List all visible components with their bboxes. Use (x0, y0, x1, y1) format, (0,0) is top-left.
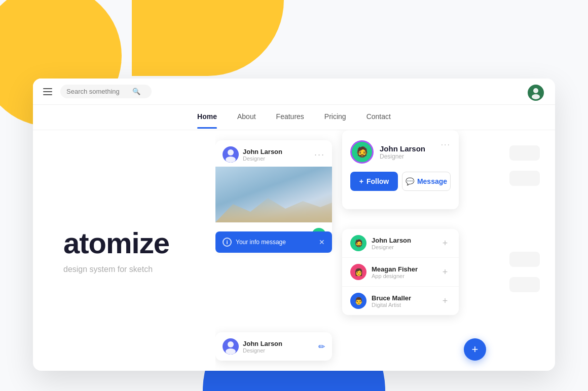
user-avatar-top[interactable] (527, 84, 545, 102)
svg-point-10 (226, 157, 236, 163)
brand-subtitle: design system for sketch (63, 265, 195, 274)
bg-blob-top (132, 0, 284, 76)
post-options-menu[interactable]: ··· (314, 149, 325, 160)
profile-avatar: 🧔 (350, 140, 374, 164)
add-person-0-button[interactable]: + (439, 238, 451, 249)
people-item-1: 👩 Meagan Fisher App designer + (342, 258, 459, 287)
info-close-button[interactable]: ✕ (319, 238, 325, 246)
profile-card: 🧔 John Larson Designer ··· + Follow (342, 130, 459, 209)
post-image (215, 167, 332, 222)
placeholder-card-3 (509, 252, 540, 267)
message-label: Message (417, 177, 447, 185)
people-item-2: 👨 Bruce Maller Digital Artist + (342, 287, 459, 315)
profile-actions: + Follow 💬 Message (350, 172, 451, 191)
people-name-0: John Larson (372, 237, 411, 244)
components-showcase: John Larson Designer ··· i Your info (215, 130, 555, 371)
bottom-post-user-info: John Larson Designer (243, 340, 282, 354)
search-icon: 🔍 (132, 88, 140, 95)
svg-point-7 (533, 88, 538, 93)
browser-nav: Home About Features Pricing Contact (33, 105, 555, 130)
add-person-1-button[interactable]: + (439, 266, 451, 278)
people-avatar-2: 👨 (350, 293, 366, 309)
follow-plus-icon: + (359, 177, 363, 185)
brand-title: atomize (63, 227, 195, 259)
follow-button[interactable]: + Follow (350, 172, 398, 191)
people-item-0: 🧔 John Larson Designer + (342, 229, 459, 258)
people-role-1: App designer (372, 273, 418, 279)
nav-item-contact[interactable]: Contact (366, 112, 391, 123)
nav-item-about[interactable]: About (237, 112, 256, 123)
people-name-2: Bruce Maller (372, 294, 411, 302)
people-info-2: Bruce Maller Digital Artist (372, 294, 411, 308)
svg-point-11 (228, 341, 234, 347)
post-user-info: John Larson Designer (243, 148, 282, 162)
people-list: 🧔 John Larson Designer + 👩 Meagan Fisher (342, 229, 459, 315)
profile-card-header: 🧔 John Larson Designer ··· (350, 140, 451, 164)
edit-icon[interactable]: ✏ (318, 342, 325, 351)
message-icon: 💬 (406, 177, 414, 185)
search-bar: 🔍 (60, 85, 152, 98)
people-role-0: Designer (372, 244, 411, 250)
add-person-2-button[interactable]: + (439, 295, 451, 306)
brand-section: atomize design system for sketch (33, 130, 215, 371)
profile-options-menu[interactable]: ··· (441, 140, 451, 149)
post-user-name: John Larson (243, 148, 282, 155)
hamburger-menu[interactable] (43, 88, 52, 95)
browser-mockup: 🔍 Home About Features Pricing Contact at… (33, 79, 555, 371)
message-button[interactable]: 💬 Message (402, 172, 451, 191)
people-user-2: 👨 Bruce Maller Digital Artist (350, 293, 411, 309)
profile-info: John Larson Designer (380, 144, 425, 160)
people-role-2: Digital Artist (372, 302, 411, 308)
info-message-banner: i Your info message ✕ (215, 231, 332, 253)
bottom-post-avatar (223, 338, 239, 355)
fab-button[interactable]: + (464, 338, 486, 361)
info-message-text: Your info message (236, 239, 315, 246)
people-info-0: John Larson Designer (372, 237, 411, 250)
people-user-1: 👩 Meagan Fisher App designer (350, 264, 418, 280)
browser-content: atomize design system for sketch John La… (33, 130, 555, 371)
info-icon: i (223, 238, 232, 247)
follow-label: Follow (366, 177, 389, 185)
bottom-post-user-role: Designer (243, 347, 282, 354)
profile-name: John Larson (380, 144, 425, 153)
profile-user: 🧔 John Larson Designer (350, 140, 425, 164)
nav-item-pricing[interactable]: Pricing (324, 112, 346, 123)
svg-point-8 (532, 94, 540, 99)
people-info-1: Meagan Fisher App designer (372, 265, 418, 279)
browser-bar: 🔍 (33, 79, 555, 105)
placeholder-card-1 (509, 145, 540, 161)
post-avatar (223, 146, 239, 163)
people-name-1: Meagan Fisher (372, 265, 418, 273)
placeholder-card-4 (509, 277, 540, 292)
nav-item-features[interactable]: Features (276, 112, 304, 123)
svg-point-9 (228, 149, 234, 155)
svg-point-12 (226, 348, 236, 355)
post-user-role: Designer (243, 155, 282, 162)
post-card-header: John Larson Designer ··· (215, 140, 332, 167)
post-card-user: John Larson Designer (223, 146, 282, 163)
search-input[interactable] (66, 88, 132, 95)
people-avatar-1: 👩 (350, 264, 366, 280)
people-user-0: 🧔 John Larson Designer (350, 235, 411, 251)
nav-item-home[interactable]: Home (197, 112, 217, 123)
people-avatar-0: 🧔 (350, 235, 366, 251)
bottom-post-card: John Larson Designer ✏ (215, 332, 332, 361)
bottom-post-user-name: John Larson (243, 340, 282, 347)
profile-role: Designer (380, 153, 425, 160)
bottom-post-user: John Larson Designer (223, 338, 282, 355)
placeholder-card-2 (509, 171, 540, 186)
